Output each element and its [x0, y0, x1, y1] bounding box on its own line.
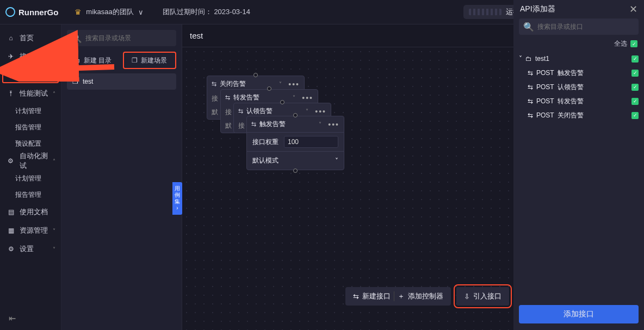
node-port-top[interactable]	[293, 113, 298, 117]
api-search-input[interactable]	[537, 23, 634, 30]
sidebar-item-label: 接口管理	[20, 52, 48, 61]
button-label: 新建 目录	[84, 56, 112, 65]
chevron-down-icon[interactable]: ˅	[293, 95, 295, 101]
chevron-down-icon: ˅	[519, 55, 522, 63]
sidebar-item-label: 计划管理	[15, 174, 41, 183]
sidebar-item-perf-preset[interactable]: 预设配置	[0, 135, 61, 152]
weight-input[interactable]	[284, 136, 338, 148]
sidebar-item-perf[interactable]: ⭱ 性能测试 ˄	[0, 84, 61, 103]
sidebar-item-resource[interactable]: ▦ 资源管理 ˅	[0, 221, 61, 240]
mode-label: 默认模式	[252, 156, 278, 165]
sidebar-item-label: 首页	[20, 33, 34, 43]
folder-icon: 🗀	[74, 57, 81, 64]
collapse-sidebar-button[interactable]: ⇤	[7, 313, 17, 323]
checkbox-checked-icon[interactable]: ✓	[630, 40, 637, 47]
chevron-up-icon: ˄	[53, 91, 55, 97]
case-set-tab[interactable]: 用例集›	[172, 182, 182, 215]
sidebar-item-scene[interactable]: ▣ 场景管理	[2, 67, 59, 83]
sidebar-item-api[interactable]: ✈ 接口管理	[0, 47, 61, 66]
tree-folder[interactable]: ˅ 🗀 test1 ✓	[519, 52, 639, 66]
sidebar-item-auto[interactable]: ⚙ 自动化测试 ˄	[0, 152, 61, 170]
mode-select[interactable]: 默认模式 ˅	[247, 151, 344, 170]
new-folder-button[interactable]: 🗀 新建 目录	[67, 52, 119, 69]
scene-item-label: test	[83, 78, 93, 85]
sidebar-item-perf-report[interactable]: 报告管理	[0, 119, 61, 135]
node-title: 转发告警	[233, 93, 259, 102]
brand-text: RunnerGo	[18, 8, 58, 17]
link-icon: ⇆	[528, 69, 533, 77]
chevron-down-icon[interactable]: ˅	[319, 121, 321, 127]
node-title: 认领告警	[246, 107, 273, 116]
checkbox-checked-icon[interactable]: ✓	[631, 84, 639, 91]
select-all-label: 全选	[614, 39, 627, 48]
expire-info: 团队过期时间： 2023-03-14	[163, 7, 250, 17]
checkbox-checked-icon[interactable]: ✓	[631, 98, 639, 105]
api-search[interactable]: 🔍	[519, 18, 639, 35]
scene-icon: ▣	[8, 71, 16, 79]
new-scene-button[interactable]: ❐ 新建场景	[123, 52, 177, 69]
import-api-button[interactable]: ⇩ 引入接口	[456, 287, 509, 306]
perf-icon: ⭱	[7, 89, 15, 98]
checkbox-checked-icon[interactable]: ✓	[631, 55, 639, 63]
sidebar-item-auto-plan[interactable]: 计划管理	[0, 170, 61, 186]
more-icon[interactable]: •••	[302, 94, 313, 102]
tree-api-item[interactable]: ⇆ POST 关闭告警 ✓	[528, 108, 639, 122]
node-port-top[interactable]	[253, 73, 258, 77]
api-method: POST	[536, 69, 554, 77]
flow-node-expanded[interactable]: ⇆ 触发告警 ˅ ••• 接口权重 默认模式 ˅	[246, 116, 344, 170]
more-icon[interactable]: •••	[328, 120, 339, 129]
scene-search-input[interactable]	[85, 34, 172, 42]
link-icon: ⇆	[353, 292, 359, 301]
node-port-top[interactable]	[267, 86, 271, 91]
link-icon: ⇆	[528, 83, 533, 91]
checkbox-checked-icon[interactable]: ✓	[631, 70, 639, 77]
add-api-submit-button[interactable]: 添加接口	[519, 305, 639, 323]
scene-search[interactable]: 🔍	[67, 30, 176, 46]
api-adder-panel: API添加器 ✕ 🔍 全选 ✓ ˅ 🗀 test1 ✓ ⇆ POST 触发告警 …	[513, 0, 644, 330]
checkbox-checked-icon[interactable]: ✓	[631, 112, 639, 119]
sidebar-item-label: 场景管理	[21, 70, 49, 80]
more-icon[interactable]: •••	[288, 80, 300, 89]
team-name: mikasaa的团队	[86, 7, 133, 17]
home-icon: ⌂	[7, 34, 15, 42]
api-panel-title: API添加器	[520, 4, 555, 14]
chevron-down-icon: ˅	[53, 228, 55, 234]
sidebar-item-label: 报告管理	[15, 190, 41, 200]
api-method: POST	[536, 111, 554, 119]
node-title: 关闭告警	[220, 79, 246, 89]
chevron-down-icon[interactable]: ˅	[279, 81, 282, 87]
sidebar-item-label: 使用文档	[20, 207, 48, 217]
node-port-bottom[interactable]	[293, 169, 298, 173]
res-icon: ▦	[7, 226, 15, 235]
crown-icon: ♛	[75, 8, 82, 16]
select-all-row[interactable]: 全选 ✓	[513, 39, 644, 52]
team-selector[interactable]: ♛ mikasaa的团队 ∨	[75, 7, 143, 17]
sidebar-item-perf-plan[interactable]: 计划管理	[0, 103, 61, 119]
tree-folder-label: test1	[535, 55, 549, 63]
tree-api-item[interactable]: ⇆ POST 触发告警 ✓	[528, 66, 639, 80]
link-icon: ⇆	[528, 97, 533, 105]
sidebar-item-auto-report[interactable]: 报告管理	[0, 186, 61, 203]
brand: RunnerGo	[5, 7, 58, 17]
sidebar-item-home[interactable]: ⌂ 首页	[0, 29, 61, 47]
tree-api-item[interactable]: ⇆ POST 转发告警 ✓	[528, 94, 639, 108]
api-method: POST	[536, 83, 554, 91]
tree-api-item[interactable]: ⇆ POST 认领告警 ✓	[528, 80, 639, 94]
chevron-down-icon[interactable]: ˅	[306, 108, 308, 114]
sidebar: ⌂ 首页 ✈ 接口管理 ▣ 场景管理 ⭱ 性能测试 ˄ 计划管理 报告管理 预设…	[0, 24, 61, 330]
button-label: 添加接口	[564, 309, 594, 319]
settings-icon: ⚙	[7, 245, 15, 253]
node-port-top[interactable]	[280, 100, 284, 104]
sidebar-item-settings[interactable]: ⚙ 设置 ˅	[0, 240, 61, 258]
new-api-button[interactable]: ⇆ 新建接口 ＋ 添加控制器	[345, 287, 451, 306]
link-icon: ⇆	[238, 108, 243, 115]
close-icon[interactable]: ✕	[629, 3, 637, 15]
copy-icon: ❐	[132, 57, 138, 64]
sidebar-item-docs[interactable]: ▤ 使用文档	[0, 203, 61, 221]
more-icon[interactable]: •••	[315, 107, 326, 116]
scene-tree-item[interactable]: ❐ test	[67, 73, 176, 90]
api-name: 关闭告警	[558, 111, 584, 120]
link-icon: ⇆	[528, 111, 533, 119]
button-label: 添加控制器	[408, 291, 443, 301]
button-label: 新建接口	[362, 291, 391, 301]
